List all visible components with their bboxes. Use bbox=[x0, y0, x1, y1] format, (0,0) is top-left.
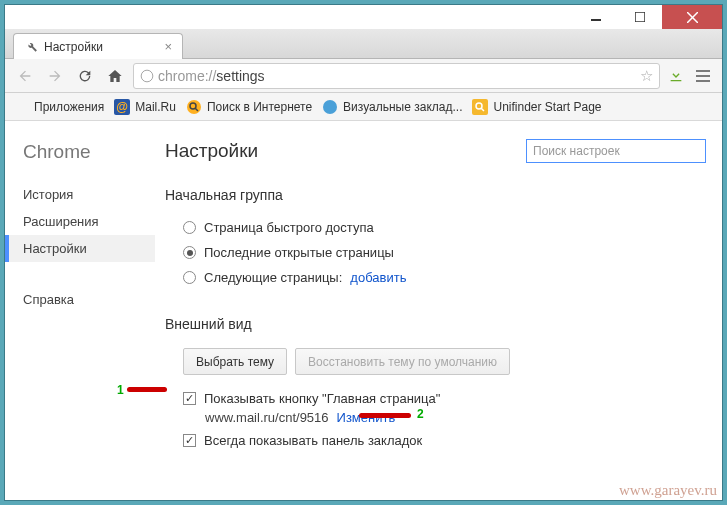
radio-icon bbox=[183, 221, 196, 234]
mailru-icon: @ bbox=[114, 99, 130, 115]
home-button[interactable] bbox=[103, 64, 127, 88]
checkbox-label: Показывать кнопку "Главная страница" bbox=[204, 391, 440, 406]
startup-newtab-option[interactable]: Страница быстрого доступа bbox=[165, 215, 706, 240]
checkbox-label: Всегда показывать панель закладок bbox=[204, 433, 422, 448]
maximize-button[interactable] bbox=[618, 5, 662, 29]
startup-specific-option[interactable]: Следующие страницы: добавить bbox=[165, 265, 706, 290]
wrench-icon bbox=[24, 40, 38, 54]
annotation-mark-1 bbox=[127, 387, 167, 392]
checkbox-icon bbox=[183, 434, 196, 447]
sidebar-item-help[interactable]: Справка bbox=[23, 286, 155, 313]
startup-continue-option[interactable]: Последние открытые страницы bbox=[165, 240, 706, 265]
section-startup-heading: Начальная группа bbox=[165, 187, 706, 203]
bookmark-visual[interactable]: Визуальные заклад... bbox=[322, 99, 462, 115]
add-pages-link[interactable]: добавить bbox=[350, 270, 406, 285]
minimize-button[interactable] bbox=[574, 5, 618, 29]
annotation-1: 1 bbox=[117, 383, 124, 397]
option-label: Страница быстрого доступа bbox=[204, 220, 374, 235]
bookmark-label: Unifinder Start Page bbox=[493, 100, 601, 114]
svg-rect-1 bbox=[635, 12, 645, 22]
show-home-checkbox-row[interactable]: Показывать кнопку "Главная страница" bbox=[165, 387, 706, 410]
bookmarks-bar: Приложения @ Mail.Ru Поиск в Интернете В… bbox=[5, 93, 722, 121]
settings-main: Настройки Поиск настроек Начальная групп… bbox=[155, 121, 722, 500]
annotation-2: 2 bbox=[417, 407, 424, 421]
settings-search-input[interactable]: Поиск настроек bbox=[526, 139, 706, 163]
radio-icon bbox=[183, 271, 196, 284]
tab-settings[interactable]: Настройки × bbox=[13, 33, 183, 59]
address-bar[interactable]: chrome://settings ☆ bbox=[133, 63, 660, 89]
chrome-brand: Chrome bbox=[23, 141, 155, 163]
reset-theme-button: Восстановить тему по умолчанию bbox=[295, 348, 510, 375]
option-label: Последние открытые страницы bbox=[204, 245, 394, 260]
bookmark-star-icon[interactable]: ☆ bbox=[640, 67, 653, 85]
option-label: Следующие страницы: bbox=[204, 270, 342, 285]
bookmark-label: Поиск в Интернете bbox=[207, 100, 312, 114]
tab-strip: Настройки × bbox=[5, 29, 722, 59]
globe-icon bbox=[140, 69, 154, 83]
sidebar-item-settings[interactable]: Настройки bbox=[5, 235, 155, 262]
forward-button[interactable] bbox=[43, 64, 67, 88]
bookmark-mailru[interactable]: @ Mail.Ru bbox=[114, 99, 176, 115]
settings-page: Chrome История Расширения Настройки Спра… bbox=[5, 121, 722, 500]
annotation-mark-2 bbox=[359, 413, 411, 418]
page-title: Настройки bbox=[165, 140, 258, 162]
svg-point-9 bbox=[323, 100, 337, 114]
svg-rect-10 bbox=[472, 99, 488, 115]
nav-toolbar: chrome://settings ☆ bbox=[5, 59, 722, 93]
show-bookmarks-checkbox-row[interactable]: Всегда показывать панель закладок bbox=[165, 429, 706, 452]
sidebar-item-extensions[interactable]: Расширения bbox=[23, 208, 155, 235]
search-fav-icon bbox=[186, 99, 202, 115]
close-button[interactable] bbox=[662, 5, 722, 29]
settings-sidebar: Chrome История Расширения Настройки Спра… bbox=[5, 121, 155, 500]
checkbox-icon bbox=[183, 392, 196, 405]
svg-point-6 bbox=[187, 100, 201, 114]
section-appearance-heading: Внешний вид bbox=[165, 316, 706, 332]
home-url-text: www.mail.ru/cnt/9516 bbox=[205, 410, 329, 425]
browser-window: Настройки × chrome://settings ☆ Приложен… bbox=[4, 4, 723, 501]
bookmark-unifinder[interactable]: Unifinder Start Page bbox=[472, 99, 601, 115]
apps-shortcut[interactable]: Приложения bbox=[13, 99, 104, 115]
bookmark-label: Визуальные заклад... bbox=[343, 100, 462, 114]
menu-icon[interactable] bbox=[692, 65, 714, 87]
sidebar-item-history[interactable]: История bbox=[23, 181, 155, 208]
unifinder-fav-icon bbox=[472, 99, 488, 115]
tab-title: Настройки bbox=[44, 40, 158, 54]
window-titlebar bbox=[5, 5, 722, 29]
watermark: www.garayev.ru bbox=[619, 482, 717, 499]
radio-icon bbox=[183, 246, 196, 259]
apps-label: Приложения bbox=[34, 100, 104, 114]
back-button[interactable] bbox=[13, 64, 37, 88]
download-icon[interactable] bbox=[666, 66, 686, 86]
visual-fav-icon bbox=[322, 99, 338, 115]
svg-text:@: @ bbox=[116, 100, 128, 114]
choose-theme-button[interactable]: Выбрать тему bbox=[183, 348, 287, 375]
tab-close-icon[interactable]: × bbox=[164, 39, 172, 54]
reload-button[interactable] bbox=[73, 64, 97, 88]
url-text: chrome://settings bbox=[158, 68, 636, 84]
bookmark-label: Mail.Ru bbox=[135, 100, 176, 114]
bookmark-search[interactable]: Поиск в Интернете bbox=[186, 99, 312, 115]
apps-icon bbox=[13, 99, 29, 115]
svg-rect-0 bbox=[591, 19, 601, 21]
